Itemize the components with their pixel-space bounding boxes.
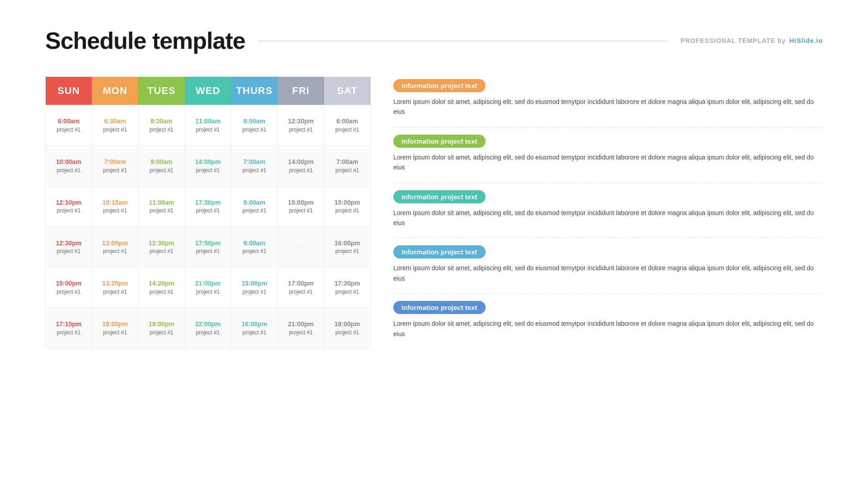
project-label: project #1 (234, 126, 275, 134)
info-description: Lorem ipsum dolor sit amet, adipiscing e… (393, 319, 823, 339)
project-label: project #1 (234, 329, 275, 337)
project-label: project #1 (234, 207, 275, 215)
main-content: SUN MON TUES WED THURS FRI SAT 6:00am pr… (45, 77, 823, 349)
table-cell: 13:00pm project #1 (92, 227, 138, 267)
table-cell: 17:00pm project #1 (278, 267, 324, 308)
table-cell: 11:00am project #1 (185, 105, 231, 146)
project-label: project #1 (95, 167, 136, 174)
time-value: 6:30am (95, 117, 136, 126)
time-value: 16:00pm (234, 320, 275, 329)
table-cell: 12:10pm project #1 (46, 186, 92, 227)
info-badge: Information project text (393, 135, 486, 148)
table-cell: 12:30pm project #1 (46, 227, 92, 267)
time-value: 21:00pm (188, 279, 228, 288)
time-value: 7:00am (234, 158, 275, 167)
table-header-row: SUN MON TUES WED THURS FRI SAT (46, 77, 371, 105)
table-cell: 6:00am project #1 (324, 105, 371, 146)
time-value: 13:20pm (95, 279, 136, 288)
info-description: Lorem ipsum dolor sit amet, adipiscing e… (393, 208, 823, 228)
project-label: project #1 (141, 126, 182, 134)
time-value: 15:00pm (281, 198, 321, 207)
info-badge: Information project text (393, 79, 486, 92)
table-cell: 14:00pm project #1 (185, 145, 231, 186)
time-value: 17:30pm (188, 198, 228, 207)
time-value: 12:30pm (48, 239, 89, 248)
project-label: project #1 (95, 329, 136, 337)
project-label: project #1 (48, 329, 89, 337)
project-label: project #1 (188, 248, 228, 255)
time-value: 6:00am (327, 117, 368, 126)
time-value: 17:00pm (281, 279, 321, 288)
header-sat: SAT (324, 77, 371, 105)
time-value: 17:30pm (327, 279, 368, 288)
project-label: project #1 (141, 288, 182, 296)
header: Schedule template PROFESSIONAL TEMPLATE … (45, 27, 823, 54)
project-label: project #1 (48, 288, 89, 296)
info-description: Lorem ipsum dolor sit amet, adipiscing e… (393, 152, 823, 173)
info-badge: Information project text (393, 190, 486, 203)
project-label: project #1 (327, 126, 368, 134)
time-value: 21:00pm (281, 320, 321, 329)
project-label: project #1 (188, 167, 228, 174)
hislide-link[interactable]: HiSlide.io (789, 37, 823, 44)
table-row: 15:00pm project #1 13:20pm project #1 14… (46, 267, 371, 308)
table-cell: 21:00pm project #1 (278, 308, 324, 349)
project-label: project #1 (188, 329, 228, 337)
table-cell: 22:00pm project #1 (185, 308, 231, 349)
table-cell: 14:00pm project #1 (278, 145, 324, 186)
info-description: Lorem ipsum dolor sit amet, adipiscing e… (393, 97, 823, 117)
project-label: project #1 (327, 329, 368, 337)
time-value: 14:20pm (141, 279, 182, 288)
table-cell: 18:00pm project #1 (92, 308, 138, 349)
table-cell: 10:15am project #1 (92, 186, 138, 227)
table-cell: 7:00am project #1 (92, 145, 138, 186)
time-value: 9:00am (234, 239, 275, 248)
table-cell: 17:30pm project #1 (324, 267, 371, 308)
time-value: 16:00pm (327, 239, 368, 248)
info-item: Information project text Lorem ipsum dol… (393, 135, 823, 173)
time-value: 17:50pm (188, 239, 228, 248)
time-value: 18:00pm (95, 320, 136, 329)
table-row: 17:15pm project #1 18:00pm project #1 19… (46, 308, 371, 349)
project-label: project #1 (48, 207, 89, 215)
project-label: project #1 (234, 248, 275, 255)
table-cell: 16:00pm project #1 (324, 227, 371, 267)
time-value: 17:15pm (48, 320, 89, 329)
table-cell: 17:15pm project #1 (46, 308, 92, 349)
time-value: 12:30pm (141, 239, 182, 248)
time-value: 6:00am (48, 117, 89, 126)
time-value: 22:00pm (188, 320, 228, 329)
project-label: project #1 (48, 126, 89, 134)
header-thurs: THURS (231, 77, 278, 105)
project-label: project #1 (95, 248, 136, 255)
time-value: 10:00am (48, 158, 89, 167)
table-row: 10:00am project #1 7:00am project #1 9:0… (46, 145, 371, 186)
time-value: 12:10pm (48, 198, 89, 207)
table-cell: 14:20pm project #1 (138, 267, 185, 308)
header-fri: FRI (278, 77, 324, 105)
project-label: project #1 (188, 126, 228, 134)
info-item: Information project text Lorem ipsum dol… (393, 79, 823, 117)
table-cell: 16:00pm project #1 (231, 308, 278, 349)
table-cell: 15:00pm project #1 (46, 267, 92, 308)
table-cell: 19:00pm project #1 (138, 308, 185, 349)
project-label: project #1 (327, 207, 368, 215)
info-badge: Information project text (393, 301, 486, 314)
project-label: project #1 (188, 207, 228, 215)
time-value: 12:30pm (281, 117, 321, 126)
project-label: project #1 (234, 167, 275, 174)
time-value: 9:00am (141, 158, 182, 167)
project-label: project #1 (48, 167, 89, 174)
table-cell: 15:00pm project #1 (278, 186, 324, 227)
project-label: project #1 (95, 126, 136, 134)
header-sun: SUN (46, 77, 92, 105)
project-label: project #1 (281, 167, 321, 174)
table-cell: 10:00am project #1 (46, 145, 92, 186)
info-divider (393, 238, 823, 238)
header-wed: WED (185, 77, 231, 105)
info-panel: Information project text Lorem ipsum dol… (393, 77, 823, 349)
time-value: 10:15am (95, 198, 136, 207)
project-label: project #1 (281, 126, 321, 134)
project-label: project #1 (48, 248, 89, 255)
table-cell: 6:30am project #1 (92, 105, 138, 146)
